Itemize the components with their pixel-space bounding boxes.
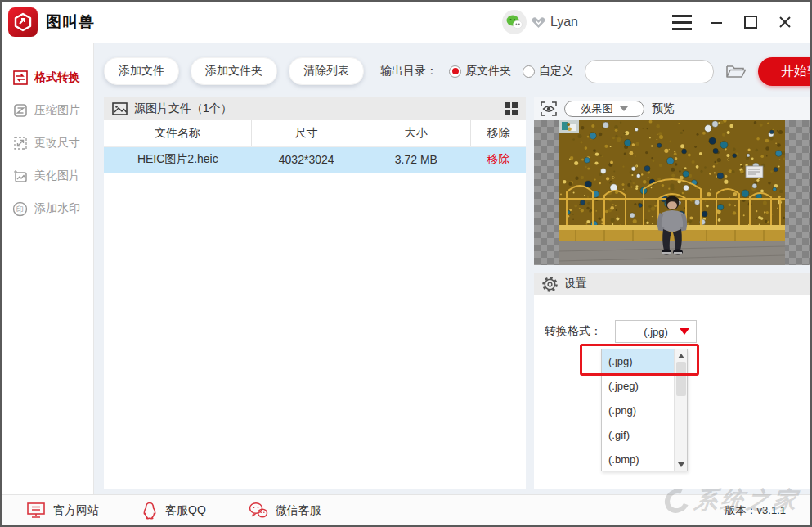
- settings-title: 设置: [564, 277, 587, 291]
- format-option-jpg[interactable]: (.jpg): [602, 349, 674, 374]
- add-folder-button[interactable]: 添加文件夹: [191, 57, 277, 85]
- app-logo-icon: [8, 7, 38, 37]
- image-file-icon: [112, 102, 128, 115]
- format-option-bmp[interactable]: (.bmp): [602, 448, 674, 472]
- preview-label: 预览: [652, 101, 675, 116]
- maximize-button[interactable]: [737, 10, 765, 34]
- settings-body: 转换格式： (.jpg) (.jpg) (.jpeg) (.png): [534, 295, 810, 489]
- beautify-image-icon: [12, 169, 28, 184]
- minimize-button[interactable]: [702, 10, 730, 34]
- toolbar: 添加文件 添加文件夹 清除列表 输出目录： 原文件夹 自定义: [94, 43, 810, 96]
- format-option-gif[interactable]: (.gif): [602, 423, 674, 448]
- preview-mode-dropdown[interactable]: 效果图: [564, 101, 644, 117]
- file-panel: 源图片文件（1个） 文件名称 尺寸 大小 移除: [104, 97, 526, 489]
- watermark-icon: 印: [12, 201, 28, 217]
- table-row[interactable]: HEIC图片2.heic 4032*3024 3.72 MB 移除: [104, 146, 526, 173]
- scrollbar-thumb[interactable]: [676, 362, 686, 396]
- vip-badge-icon: [532, 16, 545, 29]
- radio-custom-folder[interactable]: 自定义: [523, 64, 573, 79]
- resize-icon: [12, 136, 28, 151]
- qq-penguin-icon: [141, 502, 158, 520]
- format-option-jpeg[interactable]: (.jpeg): [602, 374, 674, 399]
- folder-icon: [725, 62, 747, 80]
- file-table-header-row: 文件名称 尺寸 大小 移除: [104, 120, 526, 146]
- preview-photo: [559, 120, 785, 265]
- preview-mode-value: 效果图: [581, 101, 613, 116]
- col-dimensions: 尺寸: [252, 120, 361, 146]
- format-dropdown-list: (.jpg) (.jpeg) (.png) (.gif) (.bmp): [601, 349, 688, 471]
- clear-list-button[interactable]: 清除列表: [289, 57, 364, 85]
- sidebar-item-format-convert[interactable]: 格式转换: [2, 61, 93, 94]
- footer: 官方网站 客服QQ 微信客服 版本：v3.1.1: [2, 494, 810, 525]
- cell-file-name: HEIC图片2.heic: [104, 146, 252, 173]
- gear-icon: [542, 277, 558, 292]
- main-area: 添加文件 添加文件夹 清除列表 输出目录： 原文件夹 自定义: [94, 43, 810, 494]
- svg-text:印: 印: [16, 205, 24, 214]
- scroll-down-icon[interactable]: [675, 458, 688, 471]
- preview-eye-icon: [541, 101, 557, 117]
- app-title: 图叫兽: [46, 11, 95, 33]
- sidebar-item-resize[interactable]: 更改尺寸: [2, 127, 93, 160]
- sidebar-item-label: 美化图片: [34, 169, 80, 183]
- format-label: 转换格式：: [545, 324, 602, 339]
- chevron-down-icon: [680, 328, 689, 335]
- sidebar-item-label: 更改尺寸: [34, 136, 80, 151]
- radio-original-folder[interactable]: 原文件夹: [449, 64, 511, 79]
- user-avatar[interactable]: [502, 10, 527, 34]
- browse-folder-button[interactable]: [725, 62, 747, 80]
- remove-file-link[interactable]: 移除: [487, 152, 509, 165]
- file-table: 文件名称 尺寸 大小 移除 HEIC图片2.heic 4032*3024 3.7…: [104, 120, 526, 173]
- wechat-icon: [249, 502, 268, 519]
- start-convert-button[interactable]: 开始转换: [758, 57, 812, 86]
- col-file-name: 文件名称: [104, 120, 252, 146]
- format-convert-icon: [12, 70, 28, 86]
- radio-original-folder-control[interactable]: [449, 65, 461, 78]
- grid-view-icon[interactable]: [505, 102, 518, 115]
- hamburger-icon: [672, 15, 692, 30]
- username: Lyan: [550, 15, 578, 29]
- output-path-input[interactable]: [585, 60, 714, 83]
- app-window: 图叫兽 Lyan: [0, 0, 812, 527]
- scroll-up-icon[interactable]: [675, 349, 688, 362]
- col-remove: 移除: [471, 120, 526, 146]
- col-size: 大小: [361, 120, 471, 146]
- sidebar-item-compress[interactable]: 压缩图片: [2, 94, 93, 127]
- format-select[interactable]: (.jpg): [615, 320, 697, 343]
- dropdown-scrollbar[interactable]: [674, 349, 687, 471]
- compress-image-icon: [12, 103, 28, 119]
- menu-button[interactable]: [668, 10, 696, 34]
- sidebar: 格式转换 压缩图片 更改尺寸 美化图片: [2, 43, 94, 494]
- wechat-service-link[interactable]: 微信客服: [249, 502, 321, 519]
- output-dir-label: 输出目录：: [380, 64, 437, 79]
- settings-header: 设置: [534, 273, 810, 295]
- official-website-link[interactable]: 官方网站: [26, 502, 99, 519]
- titlebar: 图叫兽 Lyan: [2, 2, 810, 43]
- cell-size: 3.72 MB: [361, 146, 471, 173]
- format-option-png[interactable]: (.png): [602, 399, 674, 423]
- close-button[interactable]: [771, 10, 799, 34]
- monitor-icon: [26, 502, 46, 519]
- radio-custom-folder-control[interactable]: [523, 65, 535, 78]
- version-label: 版本：v3.1.1: [725, 503, 786, 518]
- preview-panel: 效果图 预览: [534, 97, 810, 489]
- sidebar-item-label: 格式转换: [34, 70, 80, 85]
- qq-service-link[interactable]: 客服QQ: [141, 502, 206, 520]
- cell-dimensions: 4032*3024: [252, 146, 361, 173]
- sidebar-item-watermark[interactable]: 印 添加水印: [2, 192, 93, 225]
- format-select-value: (.jpg): [644, 326, 668, 338]
- sidebar-item-label: 压缩图片: [34, 103, 80, 118]
- chevron-down-icon: [620, 106, 628, 111]
- file-panel-header: 源图片文件（1个）: [104, 97, 526, 120]
- preview-viewport: [534, 120, 810, 265]
- sidebar-item-label: 添加水印: [34, 201, 80, 216]
- file-panel-title: 源图片文件（1个）: [134, 101, 232, 116]
- preview-header: 效果图 预览: [534, 97, 810, 120]
- sidebar-item-beautify[interactable]: 美化图片: [2, 160, 93, 192]
- add-file-button[interactable]: 添加文件: [104, 57, 179, 85]
